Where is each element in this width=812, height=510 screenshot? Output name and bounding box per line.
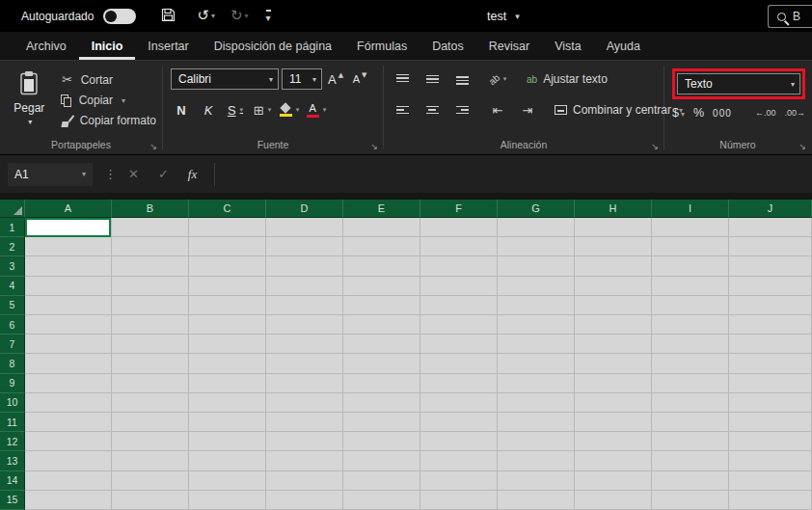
selected-cell-a1[interactable] [25, 218, 111, 237]
row-header-9[interactable]: 9 [0, 374, 25, 393]
fill-color-button[interactable]: ▾ [279, 99, 300, 121]
tab-revisar[interactable]: Revisar [476, 32, 542, 60]
orientation-button[interactable]: ab▾ [487, 68, 508, 90]
column-header-e[interactable]: E [343, 200, 420, 218]
customize-quick-access-icon[interactable]: ▾ [266, 10, 271, 23]
bold-button[interactable]: N [171, 99, 192, 121]
autosave-toggle[interactable] [103, 9, 136, 24]
tab-inicio[interactable]: Inicio [79, 32, 136, 60]
column-header-i[interactable]: I [652, 200, 729, 218]
insert-function-button[interactable]: fx [188, 167, 197, 182]
redo-chevron-icon[interactable]: ▾ [245, 12, 249, 20]
column-d-cells[interactable] [266, 218, 343, 510]
row-header-1[interactable]: 1 [0, 218, 25, 237]
wrap-text-button[interactable]: ab Ajustar texto [527, 72, 608, 86]
document-title[interactable]: test [487, 10, 506, 23]
formula-cancel-button[interactable]: ✕ [128, 167, 139, 181]
decrease-indent-button[interactable]: ⇤ [487, 99, 508, 121]
column-e-cells[interactable] [343, 218, 420, 510]
row-header-12[interactable]: 12 [0, 432, 25, 451]
row-header-14[interactable]: 14 [0, 471, 25, 491]
undo-icon[interactable]: ↺ [197, 9, 209, 23]
column-a-cells[interactable] [25, 218, 112, 510]
dialog-launcher-icon[interactable]: ↘ [149, 142, 157, 151]
decrease-decimal-button[interactable]: .00→ [784, 108, 805, 118]
currency-button[interactable]: $▾ [672, 106, 685, 120]
align-bottom-button[interactable] [451, 68, 473, 90]
row-header-5[interactable]: 5 [0, 296, 25, 315]
dialog-launcher-icon[interactable]: ↘ [651, 142, 659, 151]
column-header-g[interactable]: G [498, 200, 575, 218]
tab-ayuda[interactable]: Ayuda [594, 32, 653, 60]
align-top-button[interactable] [392, 68, 413, 90]
save-icon[interactable] [161, 8, 176, 25]
row-header-2[interactable]: 2 [0, 237, 25, 256]
bold-label: N [176, 103, 185, 118]
row-header-13[interactable]: 13 [0, 451, 25, 470]
row-header-15[interactable]: 15 [0, 491, 25, 510]
excel-window: Autoguardado ↺▾ ↻▾ ▾ test ▾ B Archivo In… [0, 0, 812, 510]
decrease-font-size-button[interactable]: A▼ [349, 68, 370, 90]
column-g-cells[interactable] [498, 218, 575, 510]
increase-decimal-button[interactable]: ←.00 [755, 108, 776, 118]
increase-indent-button[interactable]: ⇥ [517, 99, 538, 121]
align-middle-button[interactable] [421, 68, 443, 90]
font-color-button[interactable]: A ▾ [306, 99, 327, 121]
column-header-a[interactable]: A [25, 200, 112, 218]
tab-formulas[interactable]: Fórmulas [344, 32, 420, 60]
column-header-f[interactable]: F [420, 200, 498, 218]
align-left-button[interactable] [392, 99, 413, 121]
tab-archivo[interactable]: Archivo [14, 32, 79, 60]
undo-chevron-icon[interactable]: ▾ [211, 12, 215, 20]
column-i-cells[interactable] [652, 218, 729, 510]
column-j-cells[interactable] [729, 218, 812, 510]
borders-button[interactable]: ⊞▾ [252, 99, 273, 121]
font-name-select[interactable]: Calibri ▾ [171, 68, 279, 90]
underline-button[interactable]: S▾ [225, 99, 246, 121]
cut-button[interactable]: ✂ Cortar [61, 72, 156, 87]
paste-button[interactable]: Pegar ▾ [8, 68, 51, 127]
formula-input[interactable] [214, 163, 812, 186]
column-header-h[interactable]: H [575, 200, 652, 218]
search-box[interactable]: B [768, 5, 812, 28]
column-f-cells[interactable] [420, 218, 498, 510]
increase-font-size-button[interactable]: A▲ [325, 68, 346, 90]
row-header-6[interactable]: 6 [0, 315, 25, 335]
column-c-cells[interactable] [189, 218, 266, 510]
format-painter-button[interactable]: Copiar formato [61, 114, 156, 127]
tab-insertar[interactable]: Insertar [135, 32, 201, 60]
formula-enter-button[interactable]: ✓ [158, 167, 169, 181]
tab-datos[interactable]: Datos [420, 32, 476, 60]
cell-area[interactable] [25, 218, 812, 510]
column-header-c[interactable]: C [189, 200, 266, 218]
row-header-4[interactable]: 4 [0, 277, 25, 296]
dialog-launcher-icon[interactable]: ↘ [798, 142, 806, 151]
column-h-cells[interactable] [575, 218, 652, 510]
font-size-select[interactable]: 11 ▾ [282, 68, 322, 90]
redo-icon[interactable]: ↻ [230, 9, 243, 23]
tab-vista[interactable]: Vista [542, 32, 594, 60]
align-center-button[interactable] [421, 99, 443, 121]
row-header-11[interactable]: 11 [0, 413, 25, 432]
row-header-7[interactable]: 7 [0, 335, 25, 354]
comma-style-button[interactable]: 000 [713, 108, 732, 119]
row-header-8[interactable]: 8 [0, 354, 25, 373]
name-box[interactable]: A1 ▾ [8, 163, 93, 186]
column-header-b[interactable]: B [112, 200, 189, 218]
row-header-10[interactable]: 10 [0, 393, 25, 413]
grip-dots-icon[interactable]: ⋮ [104, 167, 117, 181]
italic-button[interactable]: K [198, 99, 219, 121]
column-header-j[interactable]: J [729, 200, 812, 218]
column-b-cells[interactable] [112, 218, 189, 510]
number-format-select[interactable]: Texto ▾ [677, 73, 800, 94]
row-header-3[interactable]: 3 [0, 256, 25, 276]
percent-button[interactable]: % [693, 106, 704, 120]
copy-button[interactable]: Copiar ▾ [61, 94, 156, 107]
column-header-d[interactable]: D [266, 200, 343, 218]
select-all-button[interactable] [0, 200, 25, 218]
tab-disposicion[interactable]: Disposición de página [202, 32, 344, 60]
dialog-launcher-icon[interactable]: ↘ [370, 142, 378, 151]
title-chevron-icon[interactable]: ▾ [515, 12, 520, 21]
align-right-button[interactable] [451, 99, 473, 121]
formula-bar: A1 ▾ ⋮ ✕ ✓ fx [0, 154, 812, 193]
